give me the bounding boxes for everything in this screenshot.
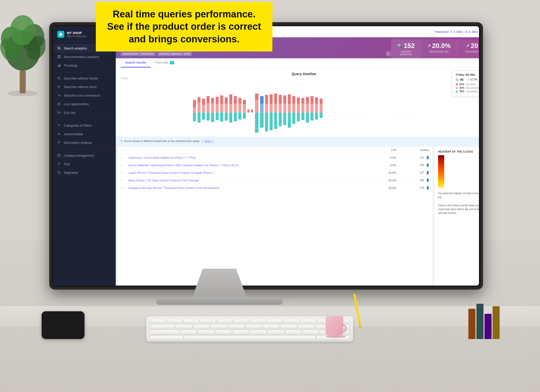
svg-rect-80 [260, 96, 264, 104]
row4-rank: 4 [118, 177, 125, 184]
svg-rect-95 [283, 95, 286, 103]
sidebar-item-fixit[interactable]: Fixit [53, 160, 116, 169]
sidebar-item-description[interactable]: Description analysis [53, 138, 116, 147]
key [210, 324, 227, 329]
sidebar-item-low-conversions[interactable]: Searches low conversions [53, 91, 116, 100]
svg-line-124 [458, 80, 459, 81]
svg-rect-84 [265, 104, 268, 113]
heatmap-section: HEATMAP OF THE CLICKS [435, 147, 479, 286]
sidebar-label-description: Description analysis [64, 141, 92, 145]
svg-rect-70 [238, 103, 241, 113]
tooltip-converted-label: Converted [466, 90, 477, 93]
sidebar-item-trendings[interactable]: Trendings [53, 61, 116, 70]
row3-ctr: 20.0% [371, 169, 400, 177]
results-table-container: CTR Profiles 1 Lightning to 3.5mm Audio … [118, 147, 433, 286]
sidebar-label-autocomplete: Autocomplete [64, 132, 83, 136]
key [150, 330, 180, 334]
chart-section: Query timeline 7 Feb [116, 68, 479, 137]
key [198, 330, 214, 334]
row3-name[interactable]: Luigi's iPhone 7 Tempered Glass Screen P… [125, 169, 370, 177]
sidebar-item-recommenders[interactable]: Recommenders analytics [53, 53, 116, 61]
row5-name[interactable]: iOrange-E Anti-Spy iPhone 7 Tempered Gla… [125, 184, 370, 192]
table-row: 3 Luigi's iPhone 7 Tempered Glass Screen… [118, 169, 433, 177]
sidebar-item-lost-opportunities[interactable]: Lost opportunities [53, 100, 116, 108]
key-row-3 [150, 330, 350, 334]
key-row-spacebar [150, 335, 350, 340]
svg-rect-118 [315, 113, 318, 120]
col-ctr: CTR [371, 147, 400, 154]
svg-rect-66 [234, 96, 237, 104]
converted-dot [456, 91, 458, 93]
info-icon: ℹ [121, 139, 122, 143]
sidebar-item-autocomplete[interactable]: AI Autocomplete [53, 130, 116, 138]
svg-rect-75 [247, 109, 249, 113]
svg-rect-54 [216, 97, 219, 104]
tab-search-results[interactable]: Search results [121, 58, 151, 68]
row4-name[interactable]: Mario iPhone 7 3D Glass Screen Protector… [125, 177, 370, 184]
svg-rect-41 [193, 113, 196, 121]
search-icon [57, 46, 61, 50]
svg-rect-78 [255, 100, 259, 113]
row1-name[interactable]: Lightning to 3.5mm Audio Adapter for iPh… [125, 154, 370, 161]
coins-icon [57, 102, 61, 106]
svg-rect-13 [58, 57, 59, 58]
stat-searches-number: 🔍 152 [397, 42, 415, 50]
heatmap-visual [438, 155, 479, 189]
chart-container [121, 82, 479, 133]
sidebar-label-low-conversions: Searches low conversions [64, 94, 100, 97]
svg-rect-83 [265, 95, 268, 104]
svg-rect-111 [306, 104, 309, 113]
search-off-icon [57, 76, 61, 80]
row4-ctr: 20.0% [371, 177, 400, 184]
col-rank [118, 147, 125, 154]
svg-rect-12 [59, 55, 61, 57]
tooltip-date: Friday, 5th Mar [456, 73, 479, 76]
sidebar-item-no-results[interactable]: Searches without results [53, 74, 116, 83]
col-name [125, 147, 370, 154]
exit-icon [57, 111, 61, 115]
svg-text:AI: AI [58, 133, 60, 135]
svg-rect-46 [202, 105, 205, 113]
svg-rect-68 [234, 113, 237, 121]
key [302, 330, 319, 334]
svg-rect-63 [229, 94, 232, 104]
sidebar-item-catalog[interactable]: Catalog management [53, 151, 116, 160]
svg-rect-39 [193, 100, 196, 107]
sidebar-item-categories[interactable]: Categories & Filters [53, 121, 116, 130]
key [176, 324, 192, 329]
key-row-2 [150, 324, 350, 329]
support-link[interactable]: ? Support [74, 285, 86, 286]
key [300, 319, 316, 323]
svg-rect-74 [243, 113, 246, 119]
sidebar-label-no-results: Searches without results [64, 77, 98, 80]
filter-dropdown-button[interactable]: ▾ [386, 51, 391, 56]
keyboard-keys [146, 316, 353, 343]
table-body: 1 Lightning to 3.5mm Audio Adapter for i… [118, 154, 433, 192]
svg-rect-76 [251, 109, 253, 113]
svg-rect-109 [301, 113, 304, 120]
book-3 [485, 314, 492, 339]
tutorial-link[interactable]: ? Tutorial [57, 285, 69, 286]
svg-rect-114 [310, 104, 314, 113]
row3-profile-icon: 👤 [426, 171, 430, 174]
svg-rect-69 [238, 98, 241, 103]
key [200, 319, 216, 323]
spacebar-key [184, 335, 316, 340]
svg-rect-58 [220, 104, 223, 113]
sidebar-item-segments[interactable]: Segments [53, 169, 116, 177]
svg-rect-52 [211, 103, 214, 113]
svg-rect-97 [283, 113, 286, 125]
svg-rect-105 [297, 104, 300, 113]
svg-rect-110 [306, 97, 309, 104]
sidebar-item-no-clicks[interactable]: Searches without clicks [53, 83, 116, 91]
phone [42, 311, 84, 339]
svg-rect-101 [292, 96, 295, 104]
info-show-link[interactable]: show [205, 139, 211, 143]
info-bar: ℹ You've shown 4 different result sets i… [116, 137, 479, 145]
svg-rect-59 [220, 113, 223, 122]
svg-rect-77 [255, 94, 259, 100]
row2-name[interactable]: Stouch Magnetic Lightning and Micro USB … [125, 161, 370, 169]
tab-fixit-rules[interactable]: Fixit rules 0 [151, 58, 179, 68]
sidebar-item-exit-rate[interactable]: Exit rate [53, 108, 116, 117]
monitor-frame: MY SHOP http://e-shop.com ▾ Search analy… [49, 22, 483, 290]
